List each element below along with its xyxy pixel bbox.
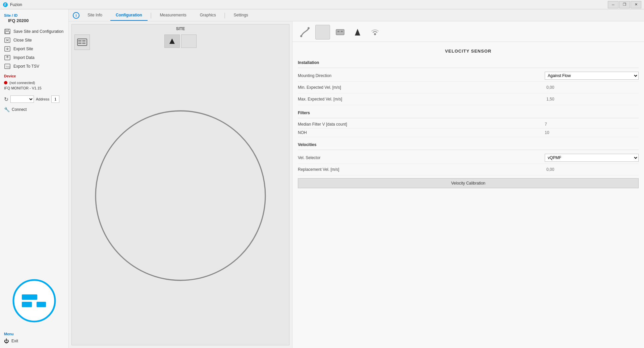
- tab-separator-1: |: [150, 12, 152, 19]
- address-label: Address: [36, 97, 49, 101]
- sensor-icon-storage[interactable]: [333, 25, 347, 40]
- svg-rect-17: [37, 302, 46, 307]
- vel-selector-select[interactable]: vQPMF vMean vMax: [545, 154, 639, 162]
- menu-section: Menu: [0, 329, 68, 337]
- sensor-icons-bar: [292, 21, 644, 42]
- mounting-direction-select[interactable]: Against Flow With Flow: [545, 72, 639, 80]
- pipe-cross-section: [72, 32, 289, 345]
- noh-value: 10: [545, 130, 639, 135]
- import-data-label: Import Data: [13, 55, 35, 60]
- sidebar-item-export-tsv[interactable]: TSV Export To TSV: [0, 62, 68, 71]
- exit-item[interactable]: ⏻ Exit: [0, 337, 68, 345]
- svg-rect-34: [341, 31, 343, 32]
- svg-rect-20: [78, 43, 82, 44]
- sidebar-item-save[interactable]: Save Site and Configuration: [0, 27, 68, 36]
- address-select[interactable]: [10, 95, 34, 103]
- svg-point-28: [300, 35, 302, 37]
- import-data-icon: [4, 55, 11, 60]
- tab-measurements[interactable]: Measurements: [154, 10, 192, 21]
- site-id-label: Site / ID: [4, 13, 64, 17]
- restore-button[interactable]: ❐: [619, 1, 630, 8]
- median-filter-label: Median Filter V [data count]: [298, 122, 545, 127]
- svg-rect-33: [337, 31, 339, 32]
- svg-rect-18: [77, 39, 87, 46]
- sensor-icon-wireless[interactable]: [368, 25, 382, 40]
- median-filter-row: Median Filter V [data count] 7: [298, 120, 639, 129]
- save-label: Save Site and Configuration: [13, 29, 63, 34]
- title-bar-left: F Fuzion: [3, 2, 22, 7]
- sidebar-item-import-data[interactable]: Import Data: [0, 53, 68, 62]
- connect-label[interactable]: Connect: [12, 107, 27, 112]
- close-site-icon: [4, 38, 11, 43]
- app-icon: F: [3, 2, 8, 7]
- svg-rect-4: [5, 31, 9, 33]
- exit-label: Exit: [11, 339, 18, 343]
- info-icon[interactable]: i: [73, 12, 79, 19]
- tab-separator-2: |: [224, 12, 226, 19]
- tab-graphics[interactable]: Graphics: [195, 10, 221, 21]
- installation-header: Installation: [298, 58, 639, 68]
- svg-point-36: [374, 33, 376, 35]
- svg-text:F: F: [4, 3, 6, 7]
- replacement-vel-label: Replacement Vel. [m/s]: [298, 167, 545, 172]
- site-canvas-label: SITE: [72, 24, 289, 32]
- top-bar: i Site Info Configuration | Measurements…: [69, 9, 644, 21]
- replacement-vel-row: Replacement Vel. [m/s]: [298, 164, 639, 176]
- device-monitor: IFQ MONITOR - V1.15: [0, 86, 68, 93]
- median-filter-value: 7: [545, 122, 639, 127]
- refresh-button[interactable]: ↻: [4, 96, 8, 102]
- sensor-icon-level[interactable]: [315, 25, 330, 40]
- svg-rect-32: [336, 29, 344, 35]
- velocity-calibration-button[interactable]: Velocity Calibration: [298, 178, 639, 188]
- min-vel-input[interactable]: [545, 83, 639, 91]
- connect-icon: 🔧: [4, 107, 10, 112]
- noh-label: NOH: [298, 130, 545, 135]
- tab-site-info[interactable]: Site Info: [82, 10, 108, 21]
- canvas-toolbar: [164, 34, 197, 48]
- sidebar: Site / ID IFQ 20200 Save Site and Config…: [0, 9, 69, 348]
- connect-section: ↻ Address 1: [0, 93, 68, 106]
- exit-icon: ⏻: [4, 338, 9, 344]
- velocity-sensor-btn[interactable]: [164, 34, 180, 48]
- menu-section-label: Menu: [4, 332, 64, 336]
- pipe-button[interactable]: [74, 34, 90, 50]
- vel-selector-row: Vel. Selector vQPMF vMean vMax: [298, 152, 639, 164]
- svg-point-26: [96, 111, 265, 280]
- mounting-direction-label: Mounting Direction: [298, 73, 545, 78]
- site-canvas: SITE: [71, 24, 289, 345]
- device-section: Device: [0, 71, 68, 79]
- sensor-icon-velocity[interactable]: [350, 25, 365, 40]
- connect-row: 🔧 Connect: [0, 106, 68, 114]
- tab-settings[interactable]: Settings: [228, 10, 253, 21]
- device-status-text: (not connected): [9, 81, 35, 85]
- velocities-header: Velocities: [298, 140, 639, 150]
- sidebar-logo: [4, 279, 64, 323]
- sidebar-item-export-site[interactable]: Export Site: [0, 45, 68, 53]
- level-sensor-btn[interactable]: [181, 34, 197, 48]
- middle-content: SITE: [69, 21, 644, 348]
- export-site-label: Export Site: [13, 47, 33, 51]
- export-site-icon: [4, 46, 11, 52]
- svg-marker-23: [169, 39, 175, 44]
- close-button[interactable]: ✕: [631, 1, 641, 8]
- max-vel-input[interactable]: [545, 95, 639, 103]
- export-tsv-label: Export To TSV: [13, 64, 39, 69]
- velocity-sensor-content: VELOCITY SENSOR Installation Mounting Di…: [292, 42, 644, 192]
- max-vel-row: Max. Expected Vel. [m/s]: [298, 93, 639, 105]
- tab-configuration[interactable]: Configuration: [110, 10, 148, 21]
- address-number: 1: [51, 95, 59, 103]
- connection-status-dot: [4, 81, 7, 84]
- vel-selector-label: Vel. Selector: [298, 155, 545, 160]
- svg-rect-21: [82, 40, 86, 42]
- svg-marker-35: [355, 29, 360, 36]
- sensor-icon-cable[interactable]: [298, 25, 313, 40]
- min-vel-row: Min. Expected Vel. [m/s]: [298, 82, 639, 93]
- velocity-sensor-title: VELOCITY SENSOR: [298, 46, 639, 58]
- max-vel-label: Max. Expected Vel. [m/s]: [298, 97, 545, 101]
- sidebar-item-close-site[interactable]: Close Site: [0, 36, 68, 45]
- site-id-section: Site / ID IFQ 20200: [0, 12, 68, 27]
- minimize-button[interactable]: ─: [608, 1, 619, 8]
- close-site-label: Close Site: [13, 38, 32, 43]
- replacement-vel-input[interactable]: [545, 165, 639, 173]
- device-label: Device: [4, 74, 64, 78]
